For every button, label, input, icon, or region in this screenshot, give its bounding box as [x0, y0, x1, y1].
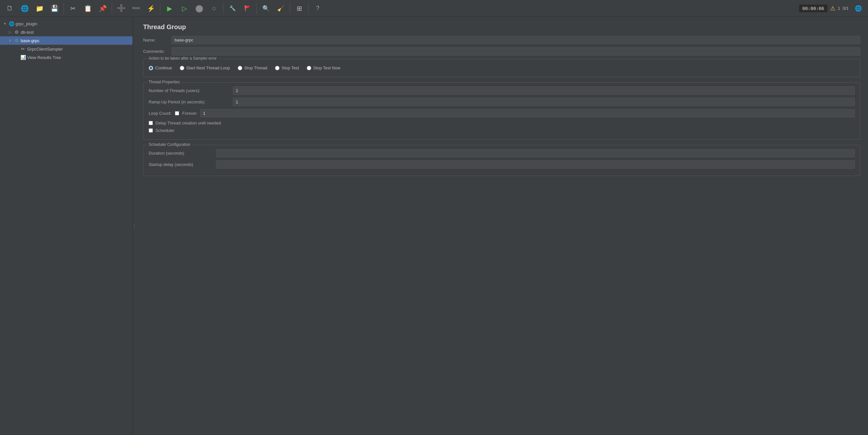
open-button[interactable]: 🌐: [18, 1, 32, 16]
forever-checkbox[interactable]: [175, 111, 179, 115]
gear-icon-base-grpc: ⚙: [13, 38, 20, 44]
search-button[interactable]: 🔍: [259, 1, 273, 16]
separator-4: [223, 3, 223, 14]
shutdown-button[interactable]: ○: [207, 1, 221, 16]
sampler-error-section: Action to be taken after a Sampler error…: [143, 59, 860, 77]
name-label: Name:: [143, 38, 169, 42]
forever-label: Forever: [182, 111, 197, 116]
radio-start-next-input[interactable]: [180, 66, 184, 70]
num-threads-row: Number of Threads (users):: [149, 87, 855, 95]
warning-icon: ⚠: [830, 5, 835, 12]
toolbar-timer: 00:00:06: [799, 4, 827, 12]
delay-thread-label: Delay Thread creation until needed: [155, 121, 221, 125]
radio-stop-thread[interactable]: Stop Thread: [238, 65, 267, 70]
startup-delay-label: Startup delay (seconds): [149, 162, 213, 167]
ramp-up-input[interactable]: [233, 98, 855, 106]
radio-stop-test-label: Stop Test: [281, 65, 299, 70]
panel-title: Thread Group: [143, 23, 860, 31]
remote-icon[interactable]: 🌐: [851, 1, 865, 16]
radio-stop-test-now[interactable]: Stop Test Now: [307, 65, 340, 70]
toggle-base-grpc: ▼: [8, 38, 12, 42]
comments-input[interactable]: [172, 47, 860, 55]
toggle-grpc-sampler: [14, 47, 19, 51]
sampler-error-options: Continue Start Next Thread Loop Stop Thr…: [149, 63, 855, 73]
main-layout: ▼ 🌐 grpc_plugin ▷ ⚙ db-test ▼ ⚙ base-grp…: [0, 17, 868, 435]
radio-stop-thread-input[interactable]: [238, 66, 242, 70]
name-input[interactable]: [172, 36, 860, 44]
scheduler-config-section: Scheduler Configuration Duration (second…: [143, 145, 860, 176]
separator-1: [63, 3, 64, 14]
sidebar-item-grpc-plugin[interactable]: ▼ 🌐 grpc_plugin: [0, 20, 132, 28]
separator-3: [160, 3, 160, 14]
new-button[interactable]: 🗋: [3, 1, 17, 16]
copy-button[interactable]: 📋: [81, 1, 95, 16]
sampler-error-title: Action to be taken after a Sampler error: [147, 56, 219, 61]
toggle-grpc-plugin: ▼: [3, 22, 7, 26]
duration-input[interactable]: [216, 149, 855, 157]
radio-stop-test[interactable]: Stop Test: [275, 65, 299, 70]
run-button[interactable]: ▶: [162, 1, 177, 16]
sidebar: ▼ 🌐 grpc_plugin ▷ ⚙ db-test ▼ ⚙ base-grp…: [0, 17, 133, 435]
num-threads-input[interactable]: [233, 87, 855, 95]
delay-thread-row: Delay Thread creation until needed: [149, 121, 855, 125]
save-button[interactable]: 💾: [47, 1, 62, 16]
comments-label: Comments:: [143, 49, 169, 54]
radio-stop-thread-label: Stop Thread: [244, 65, 267, 70]
radio-continue-label: Continue: [155, 65, 172, 70]
loop-count-row: Loop Count: Forever: [149, 109, 855, 117]
cut-button[interactable]: ✂: [66, 1, 80, 16]
delay-thread-checkbox[interactable]: [149, 121, 153, 125]
clear-results-button[interactable]: 🧹: [274, 1, 288, 16]
sidebar-item-grpc-sampler[interactable]: ✏ GrpcClientSampler: [0, 45, 132, 53]
add-button[interactable]: ➕: [114, 1, 128, 16]
startup-delay-row: Startup delay (seconds): [149, 161, 855, 169]
sidebar-item-db-test[interactable]: ▷ ⚙ db-test: [0, 28, 132, 36]
help-button[interactable]: ?: [311, 1, 325, 16]
separator-5: [256, 3, 257, 14]
ramp-up-label: Ramp-Up Period (in seconds):: [149, 99, 233, 105]
radio-continue[interactable]: Continue: [149, 65, 172, 70]
toolbar: 🗋 🌐 📁 💾 ✂ 📋 📌 ➕ ➖ ⚡ ▶ ▷ ⬤ ○ 🔧 🚩 🔍 🧹 ⊞ ? …: [0, 0, 868, 17]
scheduler-config-title: Scheduler Configuration: [147, 142, 192, 147]
radio-start-next-label: Start Next Thread Loop: [186, 65, 230, 70]
stop-button[interactable]: ⬤: [192, 1, 206, 16]
open-recent-button[interactable]: 📁: [32, 1, 46, 16]
remove-button[interactable]: ➖: [129, 1, 143, 16]
radio-continue-input[interactable]: [149, 66, 153, 70]
radio-start-next[interactable]: Start Next Thread Loop: [180, 65, 230, 70]
resize-handle[interactable]: ⋮: [133, 17, 135, 435]
radio-stop-test-now-label: Stop Test Now: [313, 65, 340, 70]
remote-stop-button[interactable]: 🚩: [240, 1, 254, 16]
tree-label-base-grpc: base-grpc: [21, 38, 39, 43]
remote-run-button[interactable]: 🔧: [225, 1, 240, 16]
paste-button[interactable]: 📌: [96, 1, 110, 16]
tree-label-grpc-sampler: GrpcClientSampler: [27, 47, 63, 52]
thread-properties-title: Thread Properties: [147, 80, 182, 84]
duration-row: Duration (seconds): [149, 149, 855, 157]
toolbar-right: 00:00:06 ⚠ 1 0/1 🌐: [799, 1, 865, 16]
run-no-pause-button[interactable]: ▷: [177, 1, 191, 16]
thread-counts: 0/1: [843, 6, 848, 11]
sidebar-item-base-grpc[interactable]: ▼ ⚙ base-grpc: [0, 36, 132, 45]
separator-6: [290, 3, 290, 14]
gear-icon-db-test: ⚙: [13, 29, 20, 35]
sidebar-item-view-results-tree[interactable]: 📊 View Results Tree: [0, 53, 132, 62]
results-tree-icon: 📊: [20, 54, 26, 60]
scheduler-checkbox[interactable]: [149, 128, 153, 133]
grid-button[interactable]: ⊞: [292, 1, 306, 16]
num-threads-label: Number of Threads (users):: [149, 88, 233, 93]
sampler-icon: ✏: [20, 46, 26, 52]
comments-row: Comments:: [143, 47, 860, 55]
toggle-db-test: ▷: [8, 30, 12, 34]
scheduler-row: Scheduler: [149, 128, 855, 133]
clear-button[interactable]: ⚡: [144, 1, 158, 16]
toggle-results-tree: [14, 55, 19, 59]
loop-count-input[interactable]: [200, 109, 855, 117]
radio-stop-test-now-input[interactable]: [307, 66, 311, 70]
radio-stop-test-input[interactable]: [275, 66, 280, 70]
content-panel: Thread Group Name: Comments: Action to b…: [135, 17, 868, 435]
startup-delay-input[interactable]: [216, 161, 855, 169]
tree-label-db-test: db-test: [21, 30, 34, 35]
warning-count: 1: [838, 6, 840, 11]
duration-label: Duration (seconds): [149, 151, 213, 155]
